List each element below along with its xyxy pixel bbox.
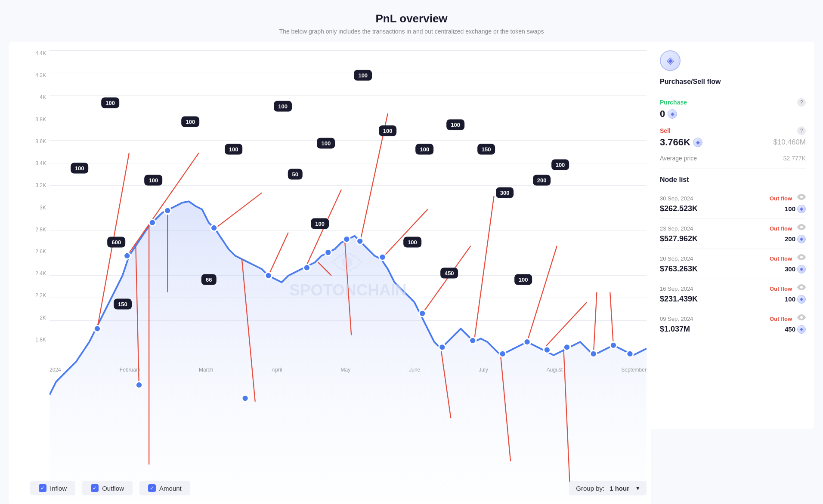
amount-checkbox[interactable]: ✓: [148, 484, 156, 492]
svg-point-24: [136, 382, 142, 388]
node-item-values-1: $527.962K 200 ◈: [660, 234, 806, 243]
node-amount-4: $1.037M: [660, 325, 690, 334]
node-item-1: 23 Sep, 2024 Out flow $527.962K 200 ◈: [660, 219, 806, 249]
sell-values: 3.766K ◈ $10.460M: [660, 137, 806, 148]
node-amount-0: $262.523K: [660, 204, 698, 213]
svg-point-40: [544, 347, 550, 353]
svg-point-37: [470, 337, 476, 344]
node-date-0: 30 Sep, 2024: [660, 195, 693, 202]
svg-point-23: [124, 252, 130, 259]
eye-icon-0[interactable]: [797, 194, 806, 203]
svg-point-28: [242, 395, 248, 401]
eth-icon: ◈: [667, 55, 674, 66]
node-item-header-3: 16 Sep, 2024 Out flow: [660, 284, 806, 293]
data-label-5: 100: [181, 116, 199, 127]
svg-point-30: [303, 264, 310, 271]
x-label-2: March: [199, 367, 213, 373]
y-label-12: 2K: [30, 315, 50, 321]
node-flow-type-2: Out flow: [770, 255, 792, 262]
group-by-label: Group by:: [576, 485, 604, 492]
svg-line-17: [527, 246, 557, 342]
node-amount-3: $231.439K: [660, 295, 698, 304]
node-item-values-0: $262.523K 100 ◈: [660, 204, 806, 213]
eye-icon-4[interactable]: [797, 314, 806, 323]
data-label-14: 100: [416, 144, 434, 155]
inflow-label: Inflow: [50, 485, 67, 492]
data-label-9: 50: [288, 169, 303, 180]
svg-point-42: [590, 350, 597, 357]
svg-point-26: [164, 207, 171, 214]
y-label-0: 4.4K: [30, 50, 50, 56]
node-item-4: 09 Sep, 2024 Out flow $1.037M 450 ◈: [660, 309, 806, 339]
svg-text:👁: 👁: [331, 246, 365, 283]
group-by-value: 1 hour: [610, 485, 629, 492]
svg-point-29: [265, 272, 272, 279]
eth-icon-circle: ◈: [660, 50, 681, 71]
purchase-sell-flow-title: Purchase/Sell flow: [660, 78, 806, 91]
svg-point-44: [627, 350, 633, 357]
node-item-2: 20 Sep, 2024 Out flow $763.263K 300 ◈: [660, 249, 806, 279]
amount-legend[interactable]: ✓ Amount: [139, 481, 190, 495]
purchase-eth-badge: ◈: [668, 109, 677, 119]
y-axis: 4.4K 4.2K 4K 3.8K 3.6K 3.4K 3.2K 3K 2.8K…: [30, 50, 50, 343]
node-item-header-1: 23 Sep, 2024 Out flow: [660, 224, 806, 233]
outflow-legend[interactable]: ✓ Outflow: [82, 481, 133, 495]
svg-point-31: [325, 249, 331, 255]
bottom-controls: ✓ Inflow ✓ Outflow ✓ Amount Group by: 1 …: [30, 481, 647, 495]
svg-line-21: [610, 292, 613, 345]
right-panel: ◈ Purchase/Sell flow Purchase ? 0 ◈ Sell…: [651, 42, 814, 429]
x-label-5: June: [409, 367, 420, 373]
node-eth-3: 100 ◈: [785, 295, 806, 304]
group-by-select[interactable]: Group by: 1 hour ▾: [569, 481, 647, 495]
y-label-10: 2.4K: [30, 270, 50, 277]
y-label-11: 2.2K: [30, 292, 50, 298]
node-date-2: 20 Sep, 2024: [660, 255, 693, 262]
x-label-3: April: [272, 367, 282, 373]
svg-point-49: [800, 256, 803, 258]
avg-price-value: $2.777K: [783, 155, 806, 162]
node-flow-type-0: Out flow: [770, 195, 792, 202]
node-item-3: 16 Sep, 2024 Out flow $231.439K 100 ◈: [660, 279, 806, 309]
svg-line-12: [381, 209, 428, 259]
amount-label: Amount: [159, 485, 182, 492]
eye-icon-3[interactable]: [797, 284, 806, 293]
page-subtitle: The below graph only includes the transa…: [0, 28, 823, 35]
main-content: 4.4K 4.2K 4K 3.8K 3.6K 3.4K 3.2K 3K 2.8K…: [0, 42, 823, 504]
purchase-help-icon[interactable]: ?: [797, 98, 806, 107]
sell-label: Sell: [660, 127, 671, 134]
eye-icon-2[interactable]: [797, 254, 806, 263]
svg-point-47: [800, 196, 803, 198]
data-label-0: 100: [71, 163, 89, 173]
sell-help-icon[interactable]: ?: [797, 126, 806, 135]
data-label-13: 100: [379, 126, 397, 136]
svg-point-41: [563, 344, 570, 350]
svg-point-43: [610, 342, 616, 348]
svg-point-36: [439, 344, 446, 350]
outflow-checkbox[interactable]: ✓: [91, 484, 99, 492]
outflow-label: Outflow: [102, 485, 124, 492]
avg-price-label: Average price: [660, 155, 697, 162]
avg-price-row: Average price $2.777K: [660, 155, 806, 169]
y-label-2: 4K: [30, 94, 50, 100]
node-eth-badge-3: ◈: [797, 295, 806, 304]
page-title: PnL overview: [0, 12, 823, 25]
inflow-checkbox[interactable]: ✓: [39, 484, 46, 492]
x-label-4: May: [340, 367, 350, 373]
x-label-7: August: [547, 367, 563, 373]
purchase-label: Purchase: [660, 99, 687, 106]
data-label-21: 100: [514, 274, 532, 285]
eye-icon-1[interactable]: [797, 224, 806, 233]
svg-text:SPOTONCHAIN: SPOTONCHAIN: [289, 281, 407, 299]
data-label-3: 150: [114, 299, 132, 310]
data-label-7: 100: [225, 144, 243, 155]
node-item-0: 30 Sep, 2024 Out flow $262.523K 100 ◈: [660, 189, 806, 219]
svg-line-5: [214, 193, 262, 229]
inflow-legend[interactable]: ✓ Inflow: [30, 481, 75, 495]
data-label-2: 600: [108, 237, 126, 248]
x-label-8: September: [621, 367, 647, 373]
node-eth-badge-0: ◈: [797, 205, 806, 213]
svg-point-34: [379, 254, 386, 260]
chevron-down-icon: ▾: [636, 484, 640, 492]
purchase-values: 0 ◈: [660, 108, 806, 120]
svg-line-15: [474, 196, 494, 342]
